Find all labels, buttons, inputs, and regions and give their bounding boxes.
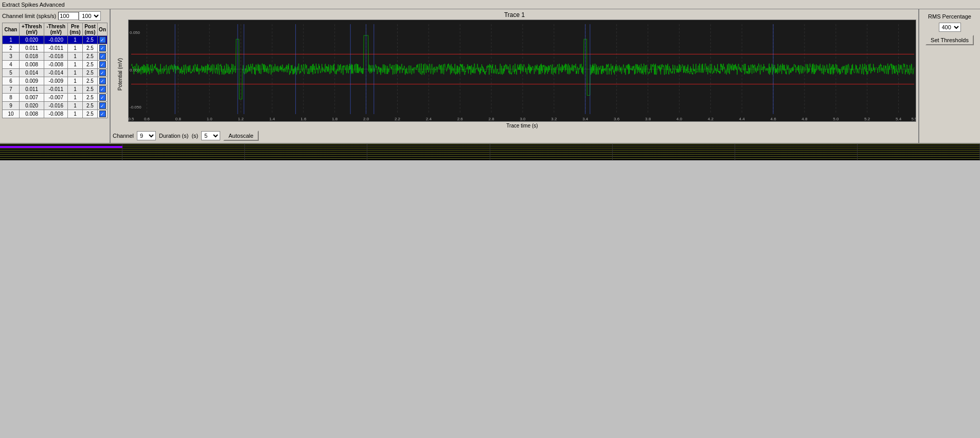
neg-thresh[interactable]: -0.007 (44, 94, 68, 102)
on-checkbox[interactable]: ✓ (98, 110, 108, 118)
channel-limit-select[interactable]: 100 200 500 (79, 11, 101, 21)
neg-thresh[interactable]: -0.020 (44, 36, 68, 44)
table-row[interactable]: 4 0.008 -0.008 1 2.5 ✓ (3, 61, 108, 69)
grid-cell[interactable]: 59 (245, 158, 367, 160)
duration-select[interactable]: 1251020 (201, 131, 220, 140)
main-chart-area: Trace 1 Potential (mV) 0.0500.000-0.0500… (111, 9, 918, 143)
neg-thresh[interactable]: -0.011 (44, 85, 68, 94)
table-row[interactable]: 3 0.018 -0.018 1 2.5 ✓ (3, 52, 108, 61)
on-checkbox[interactable]: ✓ (98, 61, 108, 69)
on-checkbox[interactable]: ✓ (98, 85, 108, 94)
channel-select[interactable]: 12345678910 (137, 131, 156, 140)
table-row[interactable]: 1 0.020 -0.020 1 2.5 ✓ (3, 36, 108, 44)
pos-thresh[interactable]: 0.014 (19, 69, 44, 77)
grid-cell[interactable]: 57 (0, 158, 122, 160)
grid-cell[interactable]: 61 (490, 158, 613, 160)
neg-thresh[interactable]: -0.008 (44, 110, 68, 118)
svg-text:0.6: 0.6 (144, 117, 150, 121)
pre-ms[interactable]: 1 (68, 69, 83, 77)
col-pos-thresh: +Thresh(mV) (19, 23, 44, 36)
cell-number-label: 59 (303, 159, 309, 160)
rms-select[interactable]: 100200400800 (939, 23, 961, 32)
neg-thresh[interactable]: -0.009 (44, 77, 68, 85)
table-row[interactable]: 8 0.007 -0.007 1 2.5 ✓ (3, 94, 108, 102)
table-row[interactable]: 6 0.009 -0.009 1 2.5 ✓ (3, 77, 108, 85)
pre-ms[interactable]: 1 (68, 44, 83, 52)
on-checkbox[interactable]: ✓ (98, 77, 108, 85)
post-ms[interactable]: 2.5 (82, 110, 97, 118)
pos-thresh[interactable]: 0.009 (19, 77, 44, 85)
set-thresholds-button[interactable]: Set Thresholds (925, 35, 974, 45)
grid-cell[interactable]: 62 (613, 158, 735, 160)
on-checkbox[interactable]: ✓ (98, 69, 108, 77)
pre-ms[interactable]: 1 (68, 94, 83, 102)
svg-text:1.2: 1.2 (238, 117, 244, 121)
on-checkbox[interactable]: ✓ (98, 52, 108, 61)
post-ms[interactable]: 2.5 (82, 52, 97, 61)
col-post: Post(ms) (82, 23, 97, 36)
chan-num: 8 (3, 94, 20, 102)
table-row[interactable]: 9 0.020 -0.016 1 2.5 ✓ (3, 102, 108, 110)
channel-ctrl-label: Channel (113, 133, 134, 139)
table-row[interactable]: 7 0.011 -0.011 1 2.5 ✓ (3, 85, 108, 94)
col-chan: Chan (3, 23, 20, 36)
post-ms[interactable]: 2.5 (82, 61, 97, 69)
pos-thresh[interactable]: 0.011 (19, 85, 44, 94)
svg-text:2.6: 2.6 (457, 117, 464, 121)
table-row[interactable]: 10 0.008 -0.008 1 2.5 ✓ (3, 110, 108, 118)
post-ms[interactable]: 2.5 (82, 85, 97, 94)
pre-ms[interactable]: 1 (68, 85, 83, 94)
svg-text:5.4: 5.4 (896, 117, 902, 121)
neg-thresh[interactable]: -0.011 (44, 44, 68, 52)
pre-ms[interactable]: 1 (68, 52, 83, 61)
post-ms[interactable]: 2.5 (82, 77, 97, 85)
autoscale-button[interactable]: Autoscale (223, 131, 258, 141)
pos-thresh[interactable]: 0.018 (19, 52, 44, 61)
pre-ms[interactable]: 1 (68, 36, 83, 44)
channel-limit-input[interactable] (58, 12, 79, 20)
post-ms[interactable]: 2.5 (82, 94, 97, 102)
svg-text:0.8: 0.8 (175, 117, 182, 121)
pos-thresh[interactable]: 0.008 (19, 61, 44, 69)
svg-text:0.050: 0.050 (130, 30, 140, 35)
pre-ms[interactable]: 1 (68, 102, 83, 110)
chan-num: 2 (3, 44, 20, 52)
pos-thresh[interactable]: 0.020 (19, 36, 44, 44)
table-row[interactable]: 5 0.014 -0.014 1 2.5 ✓ (3, 69, 108, 77)
on-checkbox[interactable]: ✓ (98, 36, 108, 44)
post-ms[interactable]: 2.5 (82, 36, 97, 44)
post-ms[interactable]: 2.5 (82, 102, 97, 110)
on-checkbox[interactable]: ✓ (98, 102, 108, 110)
pos-thresh[interactable]: 0.020 (19, 102, 44, 110)
neg-thresh[interactable]: -0.014 (44, 69, 68, 77)
on-checkbox[interactable]: ✓ (98, 94, 108, 102)
post-ms[interactable]: 2.5 (82, 69, 97, 77)
post-ms[interactable]: 2.5 (82, 44, 97, 52)
neg-thresh[interactable]: -0.018 (44, 52, 68, 61)
svg-text:3.0: 3.0 (520, 117, 526, 121)
pos-thresh[interactable]: 0.008 (19, 110, 44, 118)
svg-text:5.2: 5.2 (864, 117, 870, 121)
neg-thresh[interactable]: -0.016 (44, 102, 68, 110)
cell-number-label: 64 (916, 159, 921, 160)
col-on: On (98, 23, 108, 36)
grid-cell[interactable]: 60 (367, 158, 490, 160)
grid-cell[interactable]: 64 (858, 158, 980, 160)
grid-cell[interactable]: 58 (122, 158, 245, 160)
table-row[interactable]: 2 0.011 -0.011 1 2.5 ✓ (3, 44, 108, 52)
chart-title: Trace 1 (113, 11, 916, 19)
svg-text:-0.050: -0.050 (130, 105, 141, 110)
on-checkbox[interactable]: ✓ (98, 44, 108, 52)
cell-number-label: 58 (181, 159, 186, 160)
channel-limit-label: Channel limit (spks/s) (2, 13, 56, 19)
pos-thresh[interactable]: 0.007 (19, 94, 44, 102)
pre-ms[interactable]: 1 (68, 77, 83, 85)
svg-text:2.8: 2.8 (489, 117, 495, 121)
grid-cell[interactable]: 63 (735, 158, 858, 160)
neg-thresh[interactable]: -0.008 (44, 61, 68, 69)
pre-ms[interactable]: 1 (68, 110, 83, 118)
pre-ms[interactable]: 1 (68, 61, 83, 69)
svg-text:1.6: 1.6 (300, 117, 307, 121)
cell-number-label: 62 (671, 159, 676, 160)
pos-thresh[interactable]: 0.011 (19, 44, 44, 52)
